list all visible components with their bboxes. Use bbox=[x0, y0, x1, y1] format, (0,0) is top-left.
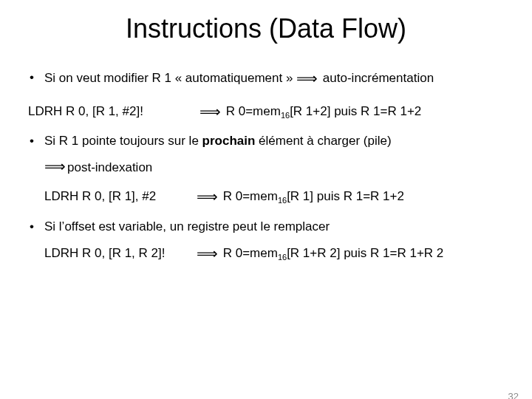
bullet-list-2: Si R 1 pointe toujours sur le prochain é… bbox=[25, 133, 507, 263]
bullet-1-text-post: auto-incrémentation bbox=[319, 71, 434, 85]
code-1: LDRH R 0, [R 1, #2]! bbox=[28, 103, 200, 119]
expr-1-sub: 16 bbox=[281, 111, 290, 120]
implies-icon: ⟹ bbox=[197, 188, 218, 206]
slide-title: Instructions (Data Flow) bbox=[0, 13, 532, 44]
bullet-2-sub: post-indexation bbox=[67, 160, 152, 175]
code-3: LDRH R 0, [R 1, R 2]! bbox=[44, 245, 197, 261]
bullet-2-sub-row: ⟹ post-indexation bbox=[44, 157, 507, 176]
expr-3b: [R 1+R 2] puis R 1=R 1+R 2 bbox=[287, 246, 443, 260]
expr-3a: R 0=mem bbox=[219, 246, 278, 260]
slide-body: Si on veut modifier R 1 « automatiquemen… bbox=[25, 69, 507, 263]
bullet-1: Si on veut modifier R 1 « automatiquemen… bbox=[25, 69, 507, 92]
implies-icon: ⟹ bbox=[296, 69, 318, 88]
code-2: LDRH R 0, [R 1], #2 bbox=[44, 188, 197, 204]
explain-2: ⟹ R 0=mem16[R 1] puis R 1=R 1+2 bbox=[197, 188, 507, 206]
page-number: 32 bbox=[508, 391, 519, 399]
bullet-1-text-pre: Si on veut modifier R 1 « automatiquemen… bbox=[44, 71, 296, 85]
explain-1: ⟹ R 0=mem16[R 1+2] puis R 1=R 1+2 bbox=[200, 103, 507, 121]
bullet-2-post: élément à charger (pile) bbox=[255, 134, 391, 148]
expr-3-sub: 16 bbox=[278, 253, 287, 262]
implies-icon: ⟹ bbox=[44, 157, 66, 176]
example-row-1: LDRH R 0, [R 1, #2]! ⟹ R 0=mem16[R 1+2] … bbox=[25, 103, 507, 121]
bullet-3-text: Si l’offset est variable, un registre pe… bbox=[44, 219, 330, 233]
implies-icon: ⟹ bbox=[200, 103, 221, 121]
expr-2a: R 0=mem bbox=[219, 189, 278, 203]
explain-3: ⟹ R 0=mem16[R 1+R 2] puis R 1=R 1+R 2 bbox=[197, 245, 507, 263]
expr-1b: [R 1+2] puis R 1=R 1+2 bbox=[290, 104, 421, 118]
implies-icon: ⟹ bbox=[197, 245, 218, 263]
expr-2-sub: 16 bbox=[278, 197, 287, 205]
bullet-2: Si R 1 pointe toujours sur le prochain é… bbox=[25, 133, 507, 206]
expr-1a: R 0=mem bbox=[222, 104, 281, 118]
example-row-3: LDRH R 0, [R 1, R 2]! ⟹ R 0=mem16[R 1+R … bbox=[44, 245, 507, 263]
bullet-3: Si l’offset est variable, un registre pe… bbox=[25, 219, 507, 263]
expr-2b: [R 1] puis R 1=R 1+2 bbox=[287, 189, 404, 203]
example-row-2: LDRH R 0, [R 1], #2 ⟹ R 0=mem16[R 1] pui… bbox=[44, 188, 507, 206]
bullet-list: Si on veut modifier R 1 « automatiquemen… bbox=[25, 69, 507, 92]
slide: Instructions (Data Flow) Si on veut modi… bbox=[0, 13, 532, 399]
bullet-2-pre: Si R 1 pointe toujours sur le bbox=[44, 134, 202, 148]
bullet-2-bold: prochain bbox=[202, 134, 256, 148]
